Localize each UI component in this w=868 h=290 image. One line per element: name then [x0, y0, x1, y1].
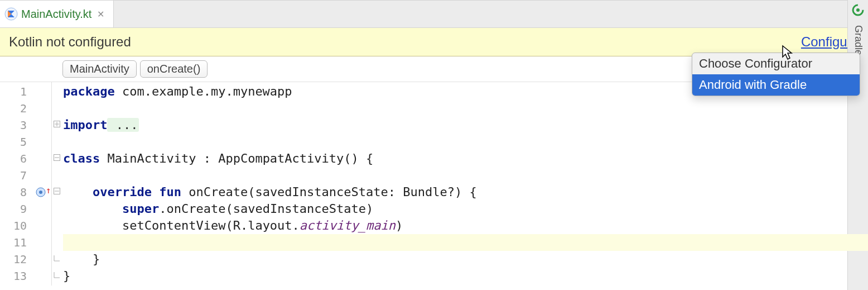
close-brace-inner: } — [63, 252, 100, 266]
keyword-fun: fun — [152, 185, 181, 199]
fold-gutter — [52, 82, 62, 286]
keyword-override: override — [93, 185, 152, 199]
editor-tab-bar: MainActivity.kt ✕ — [0, 0, 868, 28]
line-number: 1 — [0, 83, 27, 100]
svg-point-1 — [856, 8, 860, 12]
close-brace-outer: } — [63, 269, 70, 283]
editor-tab-mainactivity[interactable]: MainActivity.kt ✕ — [0, 1, 114, 27]
line-number: 5 — [0, 134, 27, 150]
line-number-gutter: 1 2 3 5 6 7 8 9 10 11 12 13 — [0, 82, 31, 286]
kotlin-file-icon — [4, 7, 18, 21]
override-marker-icon[interactable] — [35, 186, 47, 198]
package-name: com.example.my.mynewapp — [115, 84, 292, 98]
folded-imports[interactable]: ... — [107, 118, 139, 132]
fold-end-icon[interactable] — [52, 250, 62, 267]
highlighted-line — [63, 234, 868, 251]
line-number: 9 — [0, 201, 27, 217]
configurator-popup: Choose Configurator Android with Gradle — [692, 53, 860, 96]
notification-message: Kotlin not configured — [9, 34, 131, 50]
keyword-class: class — [63, 151, 100, 165]
super-call: .onCreate(savedInstanceState) — [159, 202, 373, 216]
line-number: 6 — [0, 150, 27, 167]
popup-item-android-gradle[interactable]: Android with Gradle — [692, 74, 860, 96]
breadcrumb-method[interactable]: onCreate() — [140, 60, 208, 78]
keyword-super: super — [122, 202, 159, 216]
gutter-marks: ↑ — [31, 82, 52, 286]
layout-resource: activity_main — [300, 218, 396, 232]
collapse-fold-icon[interactable] — [52, 149, 62, 166]
line-number: 10 — [0, 217, 27, 234]
close-tab-icon[interactable]: ✕ — [95, 9, 107, 20]
keyword-import: import — [63, 118, 107, 132]
line-number: 11 — [0, 234, 27, 251]
line-number: 7 — [0, 167, 27, 184]
line-number: 3 — [0, 117, 27, 134]
svg-point-4 — [39, 191, 42, 194]
gradle-tool-label[interactable]: Gradle — [852, 25, 864, 55]
code-editor[interactable]: 1 2 3 5 6 7 8 9 10 11 12 13 ↑ — [0, 82, 868, 286]
setcontentview-close: ) — [396, 218, 403, 232]
line-number: 13 — [0, 268, 27, 284]
gradle-icon — [851, 3, 865, 20]
class-signature: MainActivity : AppCompatActivity() { — [100, 151, 373, 165]
line-number: 12 — [0, 251, 27, 268]
setcontentview-call: setContentView(R.layout. — [122, 218, 300, 232]
tab-filename: MainActivity.kt — [21, 8, 91, 21]
keyword-package: package — [63, 84, 115, 98]
breadcrumb-class[interactable]: MainActivity — [62, 60, 137, 78]
code-body[interactable]: package com.example.my.mynewapp import .… — [62, 82, 868, 286]
line-number: 2 — [0, 100, 27, 117]
override-up-arrow-icon: ↑ — [46, 185, 51, 196]
collapse-fold-icon[interactable] — [52, 183, 62, 199]
oncreate-signature: onCreate(savedInstanceState: Bundle?) { — [181, 185, 477, 199]
fold-end-icon[interactable] — [52, 267, 62, 283]
popup-title: Choose Configurator — [692, 53, 860, 74]
expand-fold-icon[interactable] — [52, 116, 62, 132]
line-number: 8 — [0, 184, 27, 201]
